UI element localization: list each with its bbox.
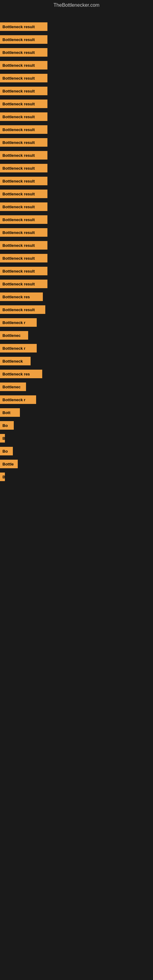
bottleneck-label-0: Bottleneck result — [0, 22, 48, 31]
bottleneck-bar-28: Bottlenec — [0, 380, 26, 393]
bottleneck-bar-21: Bottleneck res — [0, 290, 43, 303]
bottleneck-bar-15: Bottleneck result — [0, 213, 48, 226]
bottleneck-bar-27: Bottleneck res — [0, 368, 42, 380]
bottleneck-bar-12: Bottleneck result — [0, 175, 48, 188]
bottleneck-bar-24: Bottlenec — [0, 329, 28, 342]
bottleneck-label-1: Bottleneck result — [0, 35, 48, 44]
bottleneck-label-9: Bottleneck result — [0, 138, 48, 147]
bottleneck-bar-29: Bottleneck r — [0, 393, 36, 406]
bottleneck-bar-23: Bottleneck r — [0, 316, 37, 329]
bottleneck-label-35: B — [0, 473, 5, 481]
bottleneck-label-12: Bottleneck result — [0, 177, 48, 185]
bottleneck-label-20: Bottleneck result — [0, 280, 48, 288]
bottleneck-bar-11: Bottleneck result — [0, 162, 48, 175]
bottleneck-label-13: Bottleneck result — [0, 189, 48, 198]
bottleneck-label-16: Bottleneck result — [0, 228, 48, 237]
bottleneck-label-24: Bottlenec — [0, 331, 28, 340]
bottleneck-label-22: Bottleneck result — [0, 305, 45, 314]
bottleneck-bar-10: Bottleneck result — [0, 149, 48, 162]
bottleneck-bar-30: Bott — [0, 406, 20, 419]
bottleneck-label-32: B — [0, 434, 5, 442]
bottleneck-bar-31: Bo — [0, 419, 14, 432]
bottleneck-bar-4: Bottleneck result — [0, 72, 48, 84]
site-title: TheBottlenecker.com — [0, 0, 153, 12]
bottleneck-bar-20: Bottleneck result — [0, 277, 48, 290]
bottleneck-label-2: Bottleneck result — [0, 48, 48, 57]
bottleneck-bar-6: Bottleneck result — [0, 97, 48, 110]
bottleneck-label-6: Bottleneck result — [0, 100, 48, 108]
bottleneck-bar-34: Bottle — [0, 458, 18, 470]
bottleneck-bar-1: Bottleneck result — [0, 33, 48, 46]
bottleneck-label-17: Bottleneck result — [0, 241, 48, 250]
bottleneck-label-4: Bottleneck result — [0, 74, 48, 83]
bottleneck-label-30: Bott — [0, 408, 20, 417]
bottleneck-label-5: Bottleneck result — [0, 87, 48, 95]
bottleneck-label-11: Bottleneck result — [0, 164, 48, 172]
bottleneck-label-15: Bottleneck result — [0, 215, 48, 224]
bottleneck-label-3: Bottleneck result — [0, 61, 48, 70]
bottleneck-label-34: Bottle — [0, 460, 18, 468]
bottleneck-label-28: Bottlenec — [0, 382, 26, 391]
bottleneck-label-25: Bottleneck r — [0, 344, 37, 353]
bottleneck-bar-13: Bottleneck result — [0, 188, 48, 200]
bottleneck-bar-5: Bottleneck result — [0, 84, 48, 97]
bottleneck-bar-14: Bottleneck result — [0, 200, 48, 213]
bottleneck-bar-2: Bottleneck result — [0, 46, 48, 59]
bottleneck-label-31: Bo — [0, 421, 14, 430]
site-header: TheBottlenecker.com — [0, 0, 153, 12]
bottleneck-label-21: Bottleneck res — [0, 293, 43, 301]
bottleneck-label-18: Bottleneck result — [0, 254, 48, 262]
bottleneck-label-33: Bo — [0, 447, 13, 455]
bottleneck-label-19: Bottleneck result — [0, 267, 48, 275]
bottleneck-label-23: Bottleneck r — [0, 318, 37, 327]
bottleneck-label-26: Bottleneck — [0, 357, 30, 365]
bottleneck-label-7: Bottleneck result — [0, 112, 48, 121]
bottleneck-bar-18: Bottleneck result — [0, 252, 48, 265]
bottleneck-bar-16: Bottleneck result — [0, 226, 48, 239]
bottleneck-label-27: Bottleneck res — [0, 370, 42, 378]
bottleneck-bar-33: Bo — [0, 445, 13, 458]
bottleneck-bar-3: Bottleneck result — [0, 59, 48, 72]
bottleneck-bar-26: Bottleneck — [0, 355, 30, 368]
bottleneck-bar-9: Bottleneck result — [0, 136, 48, 149]
bottleneck-bar-22: Bottleneck result — [0, 303, 45, 316]
bottleneck-label-10: Bottleneck result — [0, 151, 48, 159]
bottleneck-bar-19: Bottleneck result — [0, 265, 48, 277]
bottleneck-bar-25: Bottleneck r — [0, 342, 37, 355]
bottleneck-bar-7: Bottleneck result — [0, 110, 48, 123]
bottleneck-bar-35: B — [0, 470, 4, 483]
bottleneck-label-14: Bottleneck result — [0, 202, 48, 211]
bottleneck-bar-0: Bottleneck result — [0, 20, 48, 33]
bottleneck-bar-17: Bottleneck result — [0, 239, 48, 252]
bottleneck-label-8: Bottleneck result — [0, 125, 48, 134]
bottleneck-bar-8: Bottleneck result — [0, 123, 48, 136]
bottleneck-bar-32: B — [0, 432, 5, 445]
bottleneck-label-29: Bottleneck r — [0, 395, 36, 404]
